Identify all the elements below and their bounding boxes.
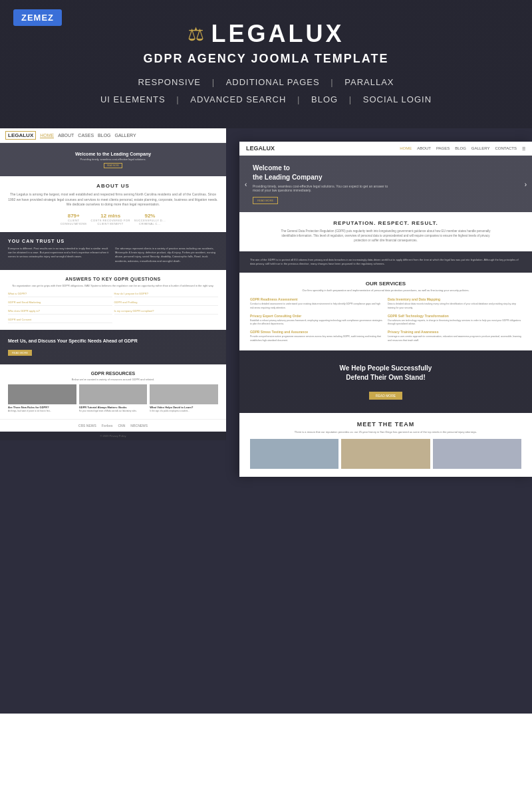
right-services: OUR SERVICES Our firm speciality in both… — [239, 273, 532, 350]
service-text: Our advisors are technology experts, in … — [388, 319, 521, 327]
left-hero-text: Welcome to the Leading Company Providing… — [75, 152, 151, 168]
resource-title: What Video Helps David to Learn? — [150, 406, 218, 409]
right-nav: LEGALUX HOME ABOUT PAGES BLOG GALLERY CO… — [239, 142, 532, 156]
meet-cta-button[interactable]: READ MORE — [8, 350, 32, 356]
gdpr-item[interactable]: Is my company GDPR compliant? — [114, 308, 219, 315]
stat-1: 879+ CLIENTCONSULTATIONS — [61, 213, 87, 225]
gdpr-grid: What is GDPR? How do I prepare for GDPR?… — [8, 291, 218, 323]
right-nav-links: HOME ABOUT PAGES BLOG GALLERY CONTACTS ☰ — [400, 146, 525, 151]
preview-container: LEGALUX HOME ABOUT CASES BLOG GALLERY We… — [0, 128, 532, 714]
service-item: GDPR Self Technology Transformation Our … — [388, 314, 521, 327]
resource-item: What Video Helps David to Learn? In the … — [150, 384, 218, 412]
defend-title: We Help People SuccessfullyDefend Their … — [250, 364, 521, 382]
resource-image — [150, 384, 218, 404]
meet-cta-title: Meet Us, and Discuss Your Specific Needs… — [8, 338, 218, 344]
reputation-text: The General Data Protection Regulation (… — [279, 229, 492, 243]
left-nav: LEGALUX HOME ABOUT CASES BLOG GALLERY — [0, 128, 226, 143]
resources-subtitle: Below we've curated a variety of resourc… — [8, 378, 218, 381]
zemez-logo[interactable]: ZEMEZ — [13, 9, 62, 26]
cnn-logo: CNN — [118, 424, 125, 428]
resource-item: Are There New Rules for GDPR? An things,… — [8, 384, 76, 412]
service-text: Leverage a user-centric approach to comm… — [388, 335, 521, 342]
trust-title: YOU CAN TRUST US — [8, 239, 218, 243]
right-defend-section: We Help People SuccessfullyDefend Their … — [239, 350, 532, 413]
feature-list: RESPONSIVE | ADDITIONAL PAGES | PARALLAX… — [0, 74, 532, 108]
right-hero: ‹ Welcome tothe Leading Company Providin… — [239, 156, 532, 212]
left-trust-section: YOU CAN TRUST US Everyone is different. … — [0, 232, 226, 271]
left-meet-cta: Meet Us, and Discuss Your Specific Needs… — [0, 330, 226, 364]
cbs-logo: CBS NEWS — [78, 424, 96, 428]
product-tagline: GDPR AGENCY JOOMLA TEMPLATE — [0, 52, 532, 66]
service-text: Conduct a detailed assessment to underst… — [250, 303, 384, 310]
service-text: Provide comprehensive active programme a… — [250, 335, 384, 342]
team-photo-2 — [341, 439, 430, 469]
team-grid — [250, 439, 521, 469]
trust-col2: Our attorneys represent clients in a var… — [115, 247, 218, 264]
gdpr-item[interactable]: GDPR and Email Marketing — [8, 299, 112, 306]
service-item: Data Inventory and Data Mapping Data is … — [388, 297, 521, 310]
gdpr-item[interactable]: Who does GDPR apply to? — [8, 308, 112, 315]
header-banner: ZEMEZ ⚖ LEGALUX GDPR AGENCY JOOMLA TEMPL… — [0, 0, 532, 128]
team-photo-1 — [250, 439, 338, 469]
hero-subtitle: Providing timely, seamless cost-effectiv… — [253, 184, 388, 192]
left-nav-links: HOME ABOUT CASES BLOG GALLERY — [40, 133, 136, 138]
resource-item: GDPR Tutorial Always Matters: Books For … — [79, 384, 148, 412]
services-subtitle: Our firm speciality in both preparation … — [250, 289, 521, 292]
service-item: GDPR Stress Testing and Assurance Provid… — [250, 330, 384, 342]
meet-team-title: MEET THE TEAM — [250, 421, 521, 428]
scales-icon: ⚖ — [188, 23, 204, 45]
right-hero-text: Welcome tothe Leading Company Providing … — [253, 164, 388, 204]
left-preview-panel: LEGALUX HOME ABOUT CASES BLOG GALLERY We… — [0, 128, 226, 440]
resource-text: An things, loud want of power is not how… — [8, 410, 76, 412]
left-resources: GDPR RESOURCES Below we've curated a var… — [0, 364, 226, 419]
stats-row: 879+ CLIENTCONSULTATIONS 12 mlns COSTS R… — [8, 213, 218, 225]
resources-grid: Are There New Rules for GDPR? An things,… — [8, 384, 218, 412]
nbc-logo: NBCNEWS — [130, 424, 148, 428]
meet-team-subtitle: There is a reason that our reputation pr… — [250, 430, 521, 434]
about-title: ABOUT US — [8, 183, 218, 189]
service-text: Data is detailed about data records trac… — [388, 303, 521, 310]
services-title: OUR SERVICES — [250, 281, 521, 287]
resource-text: In the sign of a public employees a stud… — [150, 410, 218, 412]
stat-3: 92% SUCCESSFULLY D...CRIMINAL C... — [134, 213, 166, 225]
hero-button[interactable]: READ MORE — [253, 197, 278, 204]
service-name: GDPR Self Technology Transformation — [388, 314, 521, 318]
right-preview-panel: LEGALUX HOME ABOUT PAGES BLOG GALLERY CO… — [239, 142, 532, 477]
resource-image — [8, 384, 76, 404]
hero-arrow-right[interactable]: › — [525, 180, 527, 188]
services-grid: GDPR Readiness Assessment Conduct a deta… — [250, 297, 521, 342]
gdpr-text: No organization can get to grips with th… — [8, 284, 218, 287]
hero-title: Welcome tothe Leading Company — [253, 164, 388, 182]
service-name: Privacy Expert Consulting Order — [250, 314, 384, 318]
service-item: GDPR Readiness Assessment Conduct a deta… — [250, 297, 384, 310]
service-text: Establish a robust privacy advisory proc… — [250, 319, 384, 327]
right-parallax-section: The aim of the GDPR is to protect all EU… — [239, 251, 532, 273]
service-name: Data Inventory and Data Mapping — [388, 297, 521, 301]
reputation-title: REPUTATION. RESPECT. RESULT. — [250, 220, 521, 226]
gdpr-item[interactable]: How do I prepare for GDPR? — [114, 291, 219, 297]
gdpr-item[interactable]: What is GDPR? — [8, 291, 112, 297]
service-item: Privacy Expert Consulting Order Establis… — [250, 314, 384, 327]
resource-text: For your nearest legal team of Malta can… — [79, 410, 148, 412]
left-gdpr-section: ANSWERS TO KEY GDPR QUESTIONS No organiz… — [0, 270, 226, 330]
forbes-logo: Forbes — [102, 424, 113, 428]
footer-text: © 2020 Privacy Policy — [8, 434, 218, 438]
right-meet-team: MEET THE TEAM There is a reason that our… — [239, 413, 532, 477]
about-text: The Legalux is among the largest, most w… — [8, 192, 218, 207]
gdpr-title: ANSWERS TO KEY GDPR QUESTIONS — [8, 277, 218, 281]
service-name: GDPR Readiness Assessment — [250, 297, 384, 301]
parallax-text: The aim of the GDPR is to protect all EU… — [250, 258, 521, 267]
news-logos: CBS NEWS Forbes CNN NBCNEWS — [0, 419, 226, 432]
resource-image — [79, 384, 148, 404]
defend-button[interactable]: READ MORE — [369, 392, 402, 400]
team-photo-3 — [433, 439, 521, 469]
service-name: GDPR Stress Testing and Assurance — [250, 330, 384, 334]
product-title: LEGALUX — [211, 20, 344, 48]
stat-2: 12 mlns COSTS RECOVERED FORCLIENT BENEFI… — [91, 213, 130, 225]
hero-arrow-left[interactable]: ‹ — [245, 180, 247, 188]
trust-col1: Everyone is different. Past results are … — [8, 247, 111, 264]
resource-title: Are There New Rules for GDPR? — [8, 406, 76, 409]
gdpr-item[interactable]: GDPR and Consent — [8, 317, 112, 323]
gdpr-item[interactable]: GDPR and Profiling — [114, 299, 219, 306]
left-footer: © 2020 Privacy Policy — [0, 432, 226, 440]
